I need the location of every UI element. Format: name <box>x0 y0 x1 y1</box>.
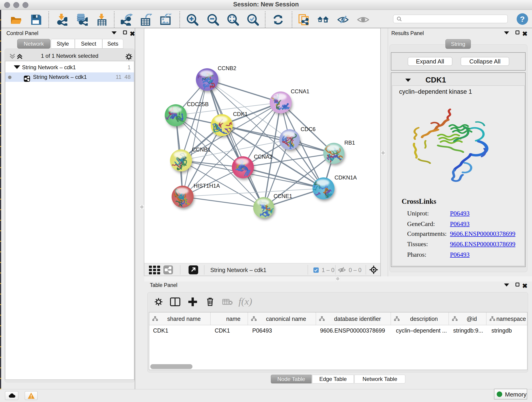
svg-text:CDC25B: CDC25B <box>187 101 209 107</box>
svg-text:CDK1: CDK1 <box>233 111 248 117</box>
svg-text:HIST1H1A: HIST1H1A <box>194 183 220 189</box>
svg-text:CCNE1: CCNE1 <box>273 193 292 199</box>
svg-text:CCNB2: CCNB2 <box>218 65 236 71</box>
svg-text:CCNB1: CCNB1 <box>192 147 210 153</box>
svg-text:CCNA1: CCNA1 <box>291 88 309 95</box>
svg-text:CDKN1A: CDKN1A <box>335 174 357 181</box>
svg-text:CCNA2: CCNA2 <box>254 153 272 160</box>
svg-text:CDC6: CDC6 <box>301 126 316 132</box>
svg-text:RB1: RB1 <box>344 140 355 146</box>
